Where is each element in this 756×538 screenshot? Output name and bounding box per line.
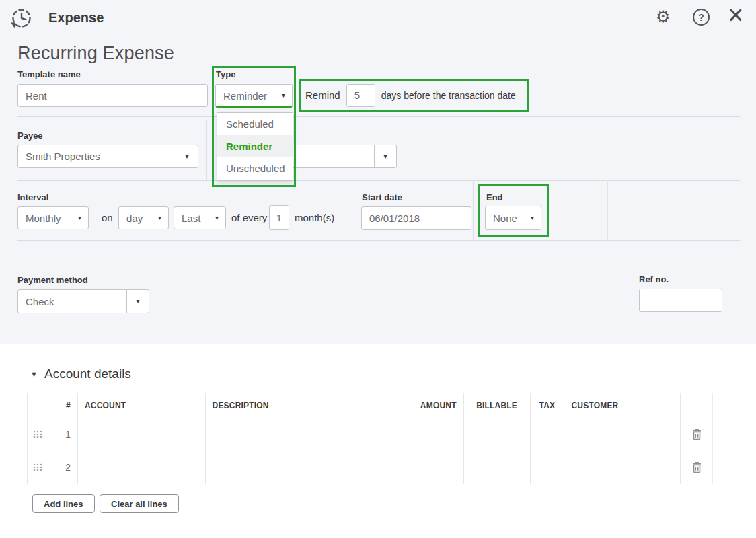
interval-unit-label: month(s)	[295, 212, 334, 223]
amount-cell[interactable]	[387, 418, 464, 451]
payment-method-dropdown[interactable]: Check ▾	[17, 289, 149, 313]
template-name-input[interactable]: Rent	[17, 84, 208, 107]
start-date-input[interactable]: 06/01/2018	[361, 206, 471, 230]
column-header-billable: BILLABLE	[464, 393, 531, 418]
column-header-num: #	[50, 393, 78, 418]
interval-day-dropdown[interactable]: day ▾	[118, 206, 169, 229]
column-header-tax: TAX	[531, 393, 565, 418]
end-dropdown[interactable]: None ▾	[485, 206, 541, 230]
type-option-reminder[interactable]: Reminder	[217, 135, 293, 157]
trash-icon[interactable]	[691, 461, 702, 473]
interval-week-position-value: Last	[174, 213, 215, 224]
account-details-table: # ACCOUNT DESCRIPTION AMOUNT BILLABLE TA…	[27, 393, 713, 484]
chevron-down-icon: ▾	[78, 215, 88, 221]
interval-day-value: day	[119, 213, 158, 224]
ref-no-input[interactable]	[639, 289, 722, 312]
account-details-title: Account details	[44, 367, 131, 381]
payment-method-value: Check	[18, 296, 126, 307]
column-header-amount: AMOUNT	[387, 393, 464, 418]
template-name-label: Template name	[17, 69, 81, 79]
remind-prefix-label: Remind	[305, 89, 340, 101]
remind-days-input[interactable]: 5	[346, 84, 375, 107]
recurring-transaction-icon	[8, 6, 34, 33]
divider	[17, 352, 740, 352]
type-dropdown[interactable]: Reminder ▾	[215, 84, 293, 108]
remind-group: Remind 5 days before the transaction dat…	[299, 79, 529, 112]
drag-handle-icon[interactable]	[33, 430, 44, 438]
remind-suffix-label: days before the transaction date	[381, 90, 516, 101]
account-details-collapse-icon[interactable]: ▼	[30, 370, 38, 378]
drag-handle-icon[interactable]	[33, 463, 44, 471]
clear-all-lines-button[interactable]: Clear all lines	[100, 494, 179, 513]
interval-frequency-value: Monthly	[18, 213, 78, 224]
divider	[17, 116, 740, 117]
interval-week-position-dropdown[interactable]: Last ▾	[174, 206, 226, 229]
divider	[352, 180, 352, 240]
type-option-unscheduled[interactable]: Unscheduled	[217, 157, 293, 180]
customer-cell[interactable]	[564, 451, 681, 484]
type-dropdown-menu: Scheduled Reminder Unscheduled	[217, 112, 293, 180]
divider	[17, 240, 740, 241]
divider	[607, 180, 608, 240]
payee-dropdown-button[interactable]: ▾	[176, 145, 198, 167]
column-header-account: ACCOUNT	[78, 393, 206, 418]
customer-cell[interactable]	[564, 418, 681, 451]
category-dropdown-button[interactable]: ▾	[374, 145, 396, 167]
chevron-down-icon: ▾	[282, 92, 292, 99]
end-label: End	[486, 192, 503, 202]
payment-method-label: Payment method	[17, 275, 88, 285]
table-row: 1	[28, 418, 712, 451]
interval-on-label: on	[102, 212, 113, 223]
end-dropdown-value: None	[486, 213, 531, 224]
type-dropdown-value: Reminder	[216, 90, 282, 102]
gear-icon[interactable]: ⚙	[656, 9, 671, 25]
payment-method-dropdown-button[interactable]: ▾	[126, 290, 149, 313]
divider	[17, 180, 740, 181]
chevron-down-icon: ▾	[136, 298, 139, 305]
billable-cell[interactable]	[464, 451, 531, 484]
type-label: Type	[216, 69, 235, 79]
row-number: 1	[50, 418, 78, 451]
interval-frequency-dropdown[interactable]: Monthly ▾	[17, 206, 89, 229]
description-cell[interactable]	[206, 451, 387, 484]
table-row: 2	[28, 451, 712, 484]
chevron-down-icon: ▾	[531, 215, 541, 221]
page-title: Recurring Expense	[17, 43, 174, 64]
row-number: 2	[50, 451, 78, 484]
chevron-down-icon: ▾	[158, 215, 168, 221]
close-icon[interactable]: ×	[728, 5, 743, 24]
interval-of-every-label: of every	[231, 212, 267, 223]
amount-cell[interactable]	[387, 451, 464, 484]
column-header-customer: CUSTOMER	[564, 393, 681, 418]
divider	[206, 120, 207, 180]
description-cell[interactable]	[206, 418, 387, 451]
delete-column-header	[681, 393, 712, 418]
window-title: Expense	[48, 10, 104, 26]
tax-cell[interactable]	[531, 451, 565, 484]
payee-dropdown[interactable]: Smith Properties ▾	[17, 145, 198, 168]
tax-cell[interactable]	[531, 418, 565, 451]
account-cell[interactable]	[78, 418, 206, 451]
chevron-down-icon: ▾	[215, 215, 225, 221]
table-header-row: # ACCOUNT DESCRIPTION AMOUNT BILLABLE TA…	[28, 393, 712, 418]
trash-icon[interactable]	[691, 428, 702, 440]
chevron-down-icon: ▾	[383, 153, 387, 160]
help-icon[interactable]: ?	[693, 9, 710, 26]
divider	[473, 180, 474, 240]
type-option-scheduled[interactable]: Scheduled	[217, 113, 293, 135]
start-date-label: Start date	[362, 192, 402, 202]
payee-dropdown-value: Smith Properties	[18, 151, 176, 162]
interval-count-input[interactable]: 1	[269, 205, 289, 230]
billable-cell[interactable]	[464, 418, 531, 451]
drag-column-header	[28, 393, 50, 418]
account-cell[interactable]	[78, 451, 206, 484]
column-header-description: DESCRIPTION	[206, 393, 387, 418]
chevron-down-icon: ▾	[185, 153, 188, 160]
ref-no-label: Ref no.	[639, 274, 669, 284]
payee-label: Payee	[17, 130, 43, 141]
add-lines-button[interactable]: Add lines	[32, 494, 95, 513]
recurring-expense-window: Expense ⚙ ? × Recurring Expense Template…	[0, 0, 756, 538]
interval-label: Interval	[17, 192, 48, 202]
